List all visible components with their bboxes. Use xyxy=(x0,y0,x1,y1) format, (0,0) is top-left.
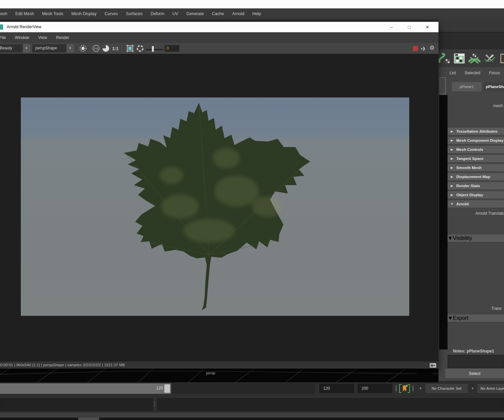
chevron-right-icon: ▶ xyxy=(448,175,456,178)
chevron-right-icon: ▶ xyxy=(448,139,456,142)
timeline-row: 120 120 200 + ▼ No Character Set ▼ No An… xyxy=(0,382,504,395)
tab-pplane1[interactable]: pPlane1 xyxy=(452,82,481,91)
aov-pie-icon[interactable] xyxy=(102,44,110,52)
rv-menu-item-file[interactable]: File xyxy=(0,35,6,40)
chevron-down-icon[interactable]: ▼ xyxy=(419,387,422,390)
gear-icon[interactable]: ⚙ xyxy=(429,44,434,51)
plus-icon: + xyxy=(406,384,408,388)
menu-item-mesh-display[interactable]: Mesh Display xyxy=(71,11,96,16)
ae-menu-item-focus[interactable]: Focus xyxy=(489,71,500,75)
viewport-camera-label: persp xyxy=(206,371,215,375)
menu-item-surfaces[interactable]: Surfaces xyxy=(126,11,142,16)
camera-dropdown[interactable]: perspShape ▼ xyxy=(32,44,74,52)
node-type-label: mesh xyxy=(472,103,503,108)
snapshot-icon[interactable] xyxy=(79,44,87,52)
uv-knife-icon[interactable] xyxy=(483,52,496,65)
rgb-channels-icon[interactable]: RGB xyxy=(92,44,100,52)
command-line-row xyxy=(0,396,504,413)
section-header-tangent-space[interactable]: ▶Tangent Space xyxy=(448,155,504,163)
chevron-right-icon: ▶ xyxy=(448,184,456,187)
create-bookmark-button[interactable]: + xyxy=(399,384,410,393)
section-header-mesh-controls[interactable]: ▶Mesh Controls xyxy=(448,146,504,154)
menu-item-uv[interactable]: UV xyxy=(172,11,178,16)
animation-end-field[interactable]: 200 xyxy=(358,384,392,393)
menu-item-help[interactable]: Help xyxy=(252,11,261,16)
time-slider-fill xyxy=(0,383,171,394)
maya-main-menubar: MeshEdit MeshMesh ToolsMesh DisplayCurve… xyxy=(0,8,504,19)
minimize-button[interactable]: – xyxy=(387,23,396,31)
debug-slider-track[interactable] xyxy=(146,49,163,50)
menu-item-mesh-tools[interactable]: Mesh Tools xyxy=(42,11,63,16)
chevron-down-icon: ▼ xyxy=(67,44,74,52)
menu-item-arnold[interactable]: Arnold xyxy=(232,11,244,16)
uv-cut-icon[interactable] xyxy=(468,52,481,65)
chevron-down-icon: ▼ xyxy=(448,315,453,321)
command-line-divider[interactable] xyxy=(154,402,156,407)
stop-render-icon[interactable] xyxy=(413,46,418,51)
time-slider[interactable]: 120 xyxy=(0,383,315,394)
perspective-viewport[interactable]: persp xyxy=(0,366,438,382)
anim-layer-dropdown[interactable]: No Anim Layer xyxy=(477,384,504,393)
renderview-menubar: FileWindowViewRender xyxy=(0,32,438,43)
notes-textarea[interactable] xyxy=(448,355,504,368)
menu-item-mesh[interactable]: Mesh xyxy=(0,11,7,16)
arnold-renderview-window: Arnold RenderView – □ ✕ FileWindowViewRe… xyxy=(0,22,438,369)
renderview-toolbar: Beauty ▼ perspShape ▼ RGB 1:1 xyxy=(0,43,438,54)
character-set-dropdown[interactable]: No Character Set xyxy=(425,384,468,393)
arnold-app-icon xyxy=(0,25,3,30)
panel-divider-strip xyxy=(439,95,448,349)
menu-item-cache[interactable]: Cache xyxy=(212,11,224,16)
uv-editor-icon[interactable] xyxy=(453,52,466,65)
chevron-right-icon: ▶ xyxy=(448,130,456,133)
window-titlebar[interactable]: Arnold RenderView – □ ✕ xyxy=(0,22,438,32)
section-header-tessellation-attributes[interactable]: ▶Tessellation Attributes xyxy=(448,128,504,135)
menu-item-deform[interactable]: Deform xyxy=(151,11,164,16)
help-line xyxy=(0,413,504,418)
section-header-displacement-map[interactable]: ▶Displacement Map xyxy=(448,173,504,181)
playback-end-field[interactable]: 120 xyxy=(319,384,354,393)
rendered-image[interactable] xyxy=(21,97,409,316)
viewport-grid xyxy=(0,366,438,382)
os-titlebar-strip xyxy=(0,0,504,8)
uv-shelf-row xyxy=(437,49,504,67)
menu-item-generate[interactable]: Generate xyxy=(186,11,204,16)
uv-smooth-icon[interactable] xyxy=(438,52,451,65)
debug-slider-handle[interactable] xyxy=(152,46,154,52)
chevron-right-icon: ▶ xyxy=(448,148,456,151)
render-pass-dropdown[interactable]: Beauty ▼ xyxy=(0,44,30,52)
uv-layout-icon[interactable] xyxy=(498,52,504,65)
rv-menu-item-view[interactable]: View xyxy=(38,35,47,40)
camera-icon[interactable] xyxy=(430,363,436,368)
menu-item-edit-mesh[interactable]: Edit Mesh xyxy=(15,11,34,16)
maximize-button[interactable]: □ xyxy=(405,23,414,31)
renderview-statusbar: 00:00:01 | 960x540 (1:1) | perspShape | … xyxy=(0,361,438,369)
region-render-icon[interactable] xyxy=(126,44,134,52)
zoom-ratio-label[interactable]: 1:1 xyxy=(112,46,119,51)
section-header-object-display[interactable]: ▶Object Display xyxy=(448,191,504,199)
tab-pplaneshape1[interactable]: pPlaneShape1 xyxy=(483,82,504,91)
refresh-aperture-icon[interactable] xyxy=(136,44,144,52)
rv-menu-item-render[interactable]: Render xyxy=(56,35,69,40)
close-button[interactable]: ✕ xyxy=(423,23,432,31)
section-header-visibility[interactable]: ▼ Visibility xyxy=(448,235,504,242)
bottom-edge-segment xyxy=(78,418,99,420)
command-line-input[interactable] xyxy=(0,398,153,411)
ae-menu-item-selected[interactable]: Selected xyxy=(465,71,480,75)
ae-menu-item-list[interactable]: List xyxy=(450,71,456,75)
timeline-separator xyxy=(396,385,396,391)
rv-menu-item-window[interactable]: Window xyxy=(15,35,29,40)
select-button[interactable]: Select xyxy=(445,369,504,379)
chevron-down-icon[interactable]: ▼ xyxy=(471,387,474,390)
frame-number-field[interactable]: 0 xyxy=(165,45,179,52)
playhead-handle[interactable] xyxy=(164,384,170,393)
section-header-mesh-component-display[interactable]: ▶Mesh Component Display xyxy=(448,137,504,144)
section-header-render-stats[interactable]: ▶Render Stats xyxy=(448,182,504,190)
command-line-result[interactable] xyxy=(157,398,504,411)
bracket-left-icon xyxy=(399,384,402,393)
section-header-export[interactable]: ▼ Export xyxy=(448,314,504,322)
announce-icon[interactable] xyxy=(420,45,428,52)
section-header-smooth-mesh[interactable]: ▶Smooth Mesh xyxy=(448,164,504,172)
section-header-arnold[interactable]: ▼Arnold xyxy=(448,200,504,208)
menu-item-curves[interactable]: Curves xyxy=(104,11,118,16)
panel-collapse-handle[interactable] xyxy=(440,77,446,94)
